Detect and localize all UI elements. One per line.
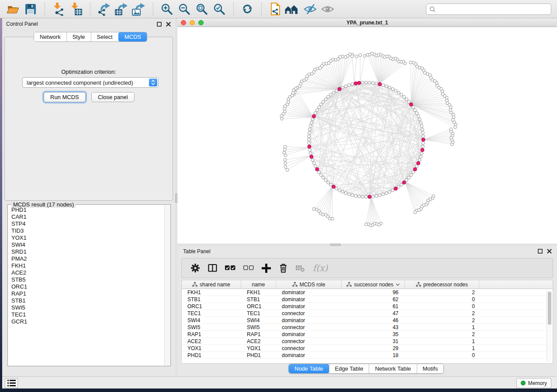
close-panel-icon[interactable]: [547, 249, 552, 254]
cell-name: YOX1: [241, 345, 276, 351]
tab-select[interactable]: Select: [91, 32, 118, 41]
cell-MCDS-role: connector: [276, 345, 342, 351]
tab-style[interactable]: Style: [66, 32, 91, 41]
float-panel-icon[interactable]: [538, 249, 543, 254]
mcds-result-item[interactable]: FKH1: [11, 262, 164, 269]
table-row-FKH1[interactable]: FKH1FKH1dominator962: [182, 289, 553, 296]
save-session-icon[interactable]: [22, 2, 39, 17]
network-view-window: YPA_prune.txt_1: [177, 18, 557, 244]
table-row-PHD1[interactable]: PHD1PHD1dominator180: [182, 352, 553, 359]
cell-MCDS-role: dominator: [276, 331, 342, 337]
sort-descending-icon: [396, 283, 400, 286]
close-panel-icon[interactable]: [166, 22, 171, 27]
cell-successor-nodes: 18: [342, 352, 405, 358]
open-file-icon[interactable]: [4, 2, 22, 17]
mcds-result-item[interactable]: STB1: [11, 297, 164, 304]
network-window-titlebar[interactable]: YPA_prune.txt_1: [177, 18, 557, 27]
mcds-result-item[interactable]: ACE2: [11, 269, 164, 276]
settings-gear-icon[interactable]: [190, 263, 200, 273]
mcds-result-item[interactable]: TEC1: [11, 311, 164, 318]
search-input[interactable]: [438, 6, 548, 13]
column-header-name[interactable]: name: [241, 280, 276, 289]
add-column-icon[interactable]: [262, 264, 271, 273]
cell-shared-name: STB1: [182, 296, 241, 303]
cell-successor-nodes: 31: [342, 338, 405, 344]
column-header-MCDS-role[interactable]: MCDS role: [276, 280, 342, 289]
select-all-checkboxes-icon[interactable]: [225, 265, 235, 271]
mcds-result-item[interactable]: GCR1: [11, 318, 164, 325]
mcds-result-item[interactable]: SWI5: [11, 304, 164, 311]
export-image-icon[interactable]: [130, 2, 148, 17]
deselect-checkboxes-icon[interactable]: [243, 265, 254, 271]
cell-shared-name: SWI5: [182, 324, 241, 330]
export-network-icon[interactable]: [95, 2, 113, 17]
table-row-TEC1[interactable]: TEC1TEC1connector472: [182, 310, 553, 317]
import-network-icon[interactable]: [50, 2, 67, 17]
column-header-successor-nodes[interactable]: successor nodes: [342, 280, 405, 289]
mcds-result-item[interactable]: PHD1: [11, 206, 164, 213]
cell-MCDS-role: dominator: [276, 296, 342, 303]
tab-network-table[interactable]: Network Table: [369, 364, 416, 373]
table-row-ORC1[interactable]: ORC1ORC1dominator610: [182, 303, 553, 310]
toolbar-separator: [45, 3, 50, 16]
table-row-YOX1[interactable]: YOX1YOX1connector291: [182, 345, 553, 352]
search-box[interactable]: [426, 3, 551, 15]
import-table-icon[interactable]: [67, 2, 85, 17]
home-networks-icon[interactable]: [284, 2, 301, 17]
delete-column-icon[interactable]: [279, 263, 288, 273]
delete-table-disabled-icon: [296, 264, 305, 272]
hide-eye-icon[interactable]: [301, 2, 319, 17]
scrollbar-thumb[interactable]: [548, 292, 551, 325]
mcds-result-item[interactable]: SRD1: [11, 248, 164, 255]
zoom-out-icon[interactable]: [176, 2, 193, 17]
tab-node-table[interactable]: Node Table: [289, 364, 329, 373]
network-graph-canvas[interactable]: [177, 27, 557, 243]
mcds-result-item[interactable]: TID3: [11, 227, 164, 234]
column-tree-icon: [346, 282, 352, 287]
table-scrollbar[interactable]: [547, 291, 552, 361]
show-eye-icon[interactable]: [319, 2, 336, 17]
show-panel-list-button[interactable]: [5, 378, 18, 388]
tab-mcds[interactable]: MCDS: [118, 32, 147, 41]
mcds-result-item[interactable]: STP4: [11, 220, 164, 227]
table-row-ACE2[interactable]: ACE2ACE2connector311: [182, 338, 553, 345]
cell-MCDS-role: dominator: [276, 303, 342, 309]
mcds-result-item[interactable]: CAR1: [11, 213, 164, 220]
mcds-result-item[interactable]: RAP1: [11, 290, 164, 297]
tab-network[interactable]: Network: [34, 32, 66, 41]
float-panel-icon[interactable]: [157, 22, 162, 27]
mcds-result-item[interactable]: PMA2: [11, 255, 164, 262]
column-header-predecessor-nodes[interactable]: predecessor nodes: [405, 280, 479, 289]
run-mcds-button[interactable]: Run MCDS: [44, 92, 86, 102]
export-table-icon[interactable]: [113, 2, 130, 17]
network-file-icon[interactable]: [266, 2, 284, 17]
split-columns-icon[interactable]: [208, 264, 217, 272]
mcds-result-item[interactable]: ORC1: [11, 283, 164, 290]
table-row-RAP1[interactable]: RAP1RAP1dominator352: [182, 331, 553, 338]
table-tab-bar: Node Table Edge Table Network Table Moti…: [288, 364, 444, 374]
mcds-result-item[interactable]: STB5: [11, 276, 164, 283]
cell-MCDS-role: connector: [276, 324, 342, 330]
zoom-selected-icon[interactable]: [211, 2, 228, 17]
table-row-SWI5[interactable]: SWI5SWI5connector431: [182, 324, 553, 331]
column-header-shared-name[interactable]: shared name: [182, 280, 241, 289]
zoom-in-icon[interactable]: [158, 2, 176, 17]
mcds-result-item[interactable]: SWI4: [11, 241, 164, 248]
zoom-fit-icon[interactable]: [193, 2, 211, 17]
tab-motifs[interactable]: Motifs: [417, 364, 444, 373]
cell-predecessor-nodes: 1: [405, 324, 479, 330]
cell-successor-nodes: 47: [342, 310, 405, 316]
mcds-list-scrollbar[interactable]: [164, 205, 170, 365]
optimization-criterion-select[interactable]: largest connected component (undirected): [22, 77, 159, 88]
close-panel-button[interactable]: Close panel: [91, 92, 135, 102]
mcds-result-item[interactable]: YOX1: [11, 234, 164, 241]
cell-name: FKH1: [241, 289, 276, 296]
cell-predecessor-nodes: 2: [405, 317, 479, 323]
refresh-icon[interactable]: [239, 2, 256, 17]
table-row-STB1[interactable]: STB1STB1dominator620: [182, 296, 553, 303]
table-row-SWI4[interactable]: SWI4SWI4dominator462: [182, 317, 553, 324]
mcds-result-list[interactable]: PHD1CAR1STP4TID3YOX1SWI4SRD1PMA2FKH1ACE2…: [8, 206, 164, 365]
memory-button[interactable]: Memory: [516, 378, 551, 388]
tab-edge-table[interactable]: Edge Table: [329, 364, 369, 373]
table-toolbar: f(x): [181, 258, 553, 278]
